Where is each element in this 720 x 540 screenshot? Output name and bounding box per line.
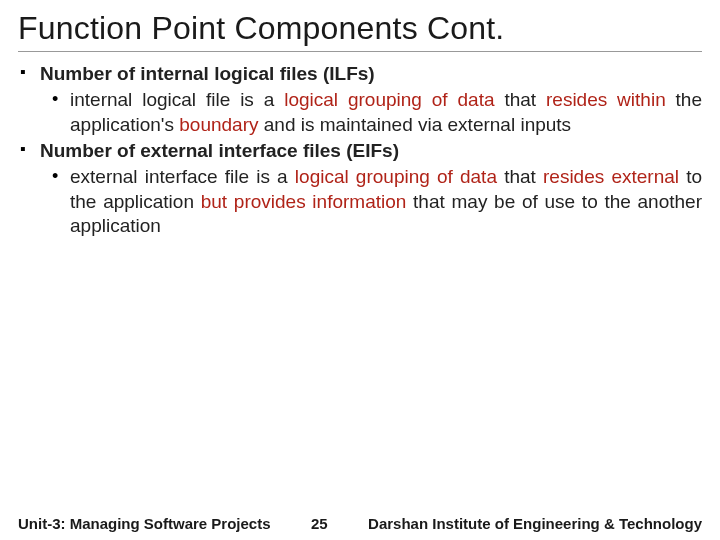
footer: Unit-3: Managing Software Projects 25 Da…: [0, 515, 720, 532]
bullet-eif: Number of external interface files (EIFs…: [40, 139, 702, 238]
page-title: Function Point Components Cont.: [18, 10, 702, 52]
text-plain: that: [497, 166, 543, 187]
text-highlight: boundary: [179, 114, 258, 135]
slide: Function Point Components Cont. Number o…: [0, 0, 720, 540]
text-plain: and is maintained via external inputs: [258, 114, 571, 135]
bullet-list: Number of internal logical files (ILFs) …: [18, 62, 702, 238]
bullet-eif-heading: Number of external interface files (EIFs…: [40, 140, 399, 161]
text-plain: that: [495, 89, 546, 110]
text-highlight: logical grouping of data: [284, 89, 494, 110]
text-highlight: logical grouping of data: [295, 166, 497, 187]
text-highlight: resides within: [546, 89, 666, 110]
bullet-ilf-sublist: internal logical file is a logical group…: [40, 88, 702, 137]
bullet-eif-sublist: external interface file is a logical gro…: [40, 165, 702, 238]
text-plain: internal logical file is a: [70, 89, 284, 110]
text-highlight: resides external: [543, 166, 679, 187]
bullet-ilf: Number of internal logical files (ILFs) …: [40, 62, 702, 137]
text-highlight: but provides information: [201, 191, 407, 212]
footer-institute: Darshan Institute of Engineering & Techn…: [368, 515, 702, 532]
bullet-ilf-sub: internal logical file is a logical group…: [70, 88, 702, 137]
text-plain: external interface file is a: [70, 166, 295, 187]
bullet-ilf-heading: Number of internal logical files (ILFs): [40, 63, 375, 84]
bullet-eif-sub: external interface file is a logical gro…: [70, 165, 702, 238]
footer-unit: Unit-3: Managing Software Projects: [18, 515, 271, 532]
footer-page-number: 25: [311, 515, 328, 532]
